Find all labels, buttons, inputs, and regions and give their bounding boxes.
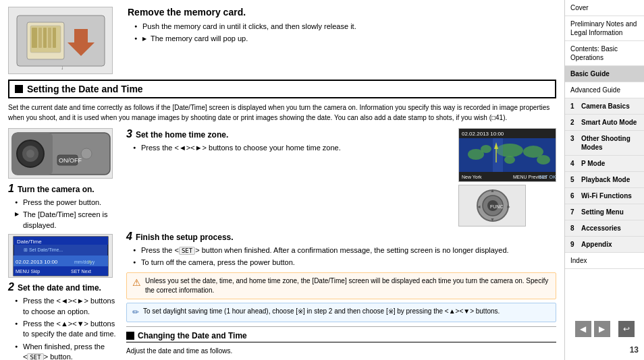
func-step3-image: FUNC ▲ ▼ ◄ ► <box>458 185 526 227</box>
ch6-num: 6 <box>570 191 579 200</box>
changing-date-intro: Adjust the date and time as follows. <box>126 346 556 356</box>
step-2-label: Set the date and time. <box>18 283 101 293</box>
ch1-num: 1 <box>570 102 579 111</box>
tip-note: ✏ To set daylight saving time (1 hour ah… <box>126 303 556 322</box>
next-button[interactable]: ▶ <box>594 321 610 337</box>
main-content: ↓ Remove the memory card. Push the memor… <box>0 0 564 360</box>
sidebar-item-setting-menu[interactable]: 7 Setting Menu <box>565 204 644 220</box>
svg-point-17 <box>81 148 92 159</box>
step-1-a1: The [Date/Time] screen is displayed. <box>15 210 119 231</box>
sidebar-item-index[interactable]: Index <box>565 253 644 269</box>
svg-text:ON/OFF: ON/OFF <box>59 157 82 164</box>
memory-card-image: ↓ <box>8 7 113 74</box>
svg-text:02.02.2013 10:00: 02.02.2013 10:00 <box>16 259 58 265</box>
svg-rect-7 <box>53 28 56 48</box>
world-map-area: 02.02.2013 10:00 <box>458 128 556 227</box>
svg-rect-50 <box>493 138 503 172</box>
svg-rect-3 <box>32 28 37 48</box>
setting-date-heading: Setting the Date and Time <box>27 84 143 94</box>
step-1-bullets: Press the power button. The [Date/Time] … <box>8 198 119 231</box>
sidebar-contents-label: Contents: Basic Operations <box>570 45 618 61</box>
svg-rect-4 <box>38 28 42 48</box>
sidebar-smart-auto-label: Smart Auto Mode <box>581 118 637 127</box>
svg-text:▲: ▲ <box>490 188 495 193</box>
ch5-num: 5 <box>570 175 579 184</box>
step-3-text: 3 Set the home time zone. Press the <◄><… <box>126 128 452 227</box>
sidebar-item-cover[interactable]: Cover <box>565 0 644 16</box>
changing-date-title: Changing the Date and Time <box>126 331 556 342</box>
svg-text:SET OK: SET OK <box>539 175 556 179</box>
sidebar-item-camera-basics[interactable]: 1 Camera Basics <box>565 98 644 115</box>
setting-date-section: Setting the Date and Time <box>8 80 556 98</box>
sidebar-item-appendix[interactable]: 9 Appendix <box>565 237 644 253</box>
step-2-num: 2 <box>8 281 14 293</box>
sidebar-item-wifi[interactable]: 6 Wi-Fi Functions <box>565 188 644 204</box>
step-1-b1: Press the power button. <box>15 198 119 208</box>
step-2-b3: When finished, press the <SET> button. <box>15 342 119 360</box>
sidebar-item-basic-guide[interactable]: Basic Guide <box>565 66 644 82</box>
svg-text:↓: ↓ <box>61 65 63 71</box>
svg-text:mm/dd/yy: mm/dd/yy <box>74 260 95 265</box>
sidebar-item-prelim[interactable]: Preliminary Notes and Legal Information <box>565 16 644 41</box>
camera-side-image: ON/OFF <box>8 128 113 179</box>
sidebar-p-mode-label: P Mode <box>581 159 605 168</box>
remove-bullet-2: The memory card will pop up. <box>134 34 556 44</box>
sidebar-item-contents[interactable]: Contents: Basic Operations <box>565 41 644 66</box>
func-step3-svg: FUNC ▲ ▼ ◄ ► <box>460 186 525 225</box>
svg-text:▼: ▼ <box>490 217 495 222</box>
remove-arrow-1: The memory card will pop up. <box>142 34 248 42</box>
sidebar-camera-basics-label: Camera Basics <box>581 102 630 111</box>
sidebar-basic-guide-label: Basic Guide <box>570 70 610 78</box>
sidebar-item-playback[interactable]: 5 Playback Mode <box>565 172 644 188</box>
remove-bullets: Push the memory card in until it clicks,… <box>128 22 556 44</box>
step-4-block: 4 Finish the setup process. Press the <S… <box>126 231 556 268</box>
sidebar-cover-label: Cover <box>570 4 589 11</box>
sidebar-item-advanced-guide[interactable]: Advanced Guide <box>565 82 644 98</box>
remove-heading: Remove the memory card. <box>128 7 556 18</box>
ch4-num: 4 <box>570 159 579 168</box>
svg-text:►: ► <box>506 204 511 209</box>
sidebar-nav: ◀ ▶ ↩ <box>565 316 644 342</box>
step-4-bullets: Press the <SET> button when finished. Af… <box>126 245 556 268</box>
memory-card-svg: ↓ <box>10 9 111 73</box>
step-4-b1: Press the <SET> button when finished. Af… <box>133 245 556 256</box>
step-2-heading: 2 Set the date and time. <box>8 281 119 293</box>
step-2-bullets: Press the <◄><►> buttons to choose an op… <box>8 296 119 360</box>
sidebar-item-accessories[interactable]: 8 Accessories <box>565 220 644 237</box>
step-3-label: Set the home time zone. <box>136 130 228 140</box>
tip-text: To set daylight saving time (1 hour ahea… <box>143 307 500 316</box>
intro-text: Set the current date and time correctly … <box>8 102 556 123</box>
step-2-b1: Press the <◄><►> buttons to choose an op… <box>15 296 119 317</box>
step-1-label: Turn the camera on. <box>18 185 95 194</box>
sidebar-appendix-label: Appendix <box>581 240 612 249</box>
sidebar-item-p-mode[interactable]: 4 P Mode <box>565 156 644 172</box>
right-steps-col: 3 Set the home time zone. Press the <◄><… <box>126 128 556 360</box>
remove-bullet-1: Push the memory card in until it clicks,… <box>134 22 556 32</box>
svg-point-45 <box>504 156 515 164</box>
sidebar-item-other-shooting[interactable]: 3 Other Shooting Modes <box>565 131 644 156</box>
step-3-row: 3 Set the home time zone. Press the <◄><… <box>126 128 556 227</box>
sidebar-item-smart-auto[interactable]: 2 Smart Auto Mode <box>565 115 644 131</box>
step-3-heading: 3 Set the home time zone. <box>126 128 452 140</box>
svg-rect-6 <box>48 28 51 48</box>
svg-point-47 <box>537 155 550 164</box>
warning-text: Unless you set the date, time, and home … <box>145 276 550 295</box>
svg-text:FUNC: FUNC <box>490 204 503 209</box>
step-1-heading: 1 Turn the camera on. <box>8 183 119 195</box>
svg-text:Date/Time: Date/Time <box>17 239 42 245</box>
step-2-b2: Press the <▲><▼> buttons to specify the … <box>15 319 119 340</box>
home-button[interactable]: ↩ <box>618 321 635 337</box>
step-4-num: 4 <box>126 231 132 243</box>
step-1-num: 1 <box>8 183 14 195</box>
left-steps-col: ON/OFF 1 Turn the camera on. Press the p… <box>8 128 119 360</box>
prev-button[interactable]: ◀ <box>575 321 591 337</box>
step-4-heading: 4 Finish the setup process. <box>126 231 556 243</box>
camera-side-svg: ON/OFF <box>9 129 112 178</box>
sidebar-accessories-label: Accessories <box>581 224 621 233</box>
ch9-num: 9 <box>570 240 579 249</box>
date-time-svg: Date/Time ⊞ Set Date/Time... 02.02.2013 … <box>10 235 111 277</box>
subsection-icon <box>126 332 134 340</box>
sidebar-wifi-label: Wi-Fi Functions <box>581 191 632 200</box>
ch3-num: 3 <box>570 134 579 143</box>
world-map-image: 02.02.2013 10:00 <box>458 128 556 182</box>
